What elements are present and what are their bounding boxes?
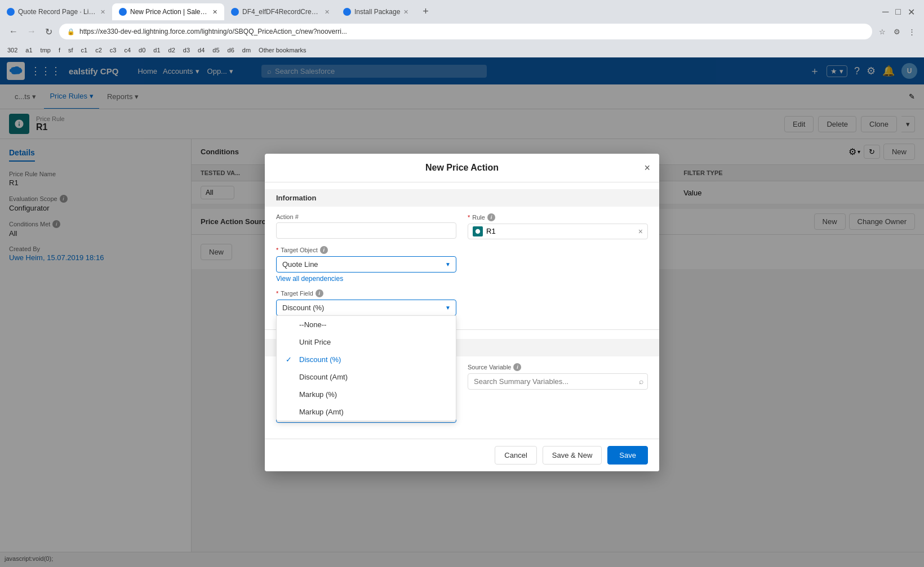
rule-info-icon: i (487, 213, 495, 221)
target-object-group: * Target Object i Quote Line View all d (276, 246, 456, 283)
spacer-group (468, 246, 648, 283)
bookmark-tmp[interactable]: tmp (38, 46, 54, 54)
rule-clear-button[interactable]: × (638, 227, 643, 236)
minimize-button[interactable]: ─ (880, 6, 891, 18)
bookmark-dm[interactable]: dm (239, 46, 254, 54)
bookmark-c4[interactable]: c4 (121, 46, 134, 54)
target-field-row: * Target Field i Discount (%) --None-- U… (276, 289, 648, 316)
close-window-button[interactable]: ✕ (905, 6, 917, 19)
source-variable-input[interactable] (468, 373, 648, 390)
bookmark-302[interactable]: 302 (5, 46, 20, 54)
rule-field: R1 × (468, 224, 648, 239)
option-markup-amt[interactable]: Markup (Amt) (277, 403, 456, 421)
information-section-header: Information (265, 189, 659, 207)
bookmark-d3[interactable]: d3 (180, 46, 193, 54)
source-lookup-spacer (468, 396, 648, 423)
action-number-group: Action # (276, 213, 456, 239)
modal-footer: Cancel Save & New Save (265, 439, 659, 471)
rule-value: R1 (486, 227, 496, 235)
source-variable-info-icon: i (513, 363, 521, 371)
target-object-label: * Target Object i (276, 246, 456, 254)
target-object-row: * Target Object i Quote Line View all d (276, 246, 648, 283)
browser-menu-icon[interactable]: ⋮ (906, 26, 917, 37)
source-variable-group: Source Variable i ⌕ (468, 363, 648, 390)
target-object-select-wrapper: Quote Line (276, 256, 456, 273)
modal-header: New Price Action × (265, 154, 659, 182)
back-button[interactable]: ← (7, 25, 20, 38)
action-number-input[interactable] (276, 222, 456, 239)
save-new-button[interactable]: Save & New (543, 446, 602, 465)
modal-title: New Price Action (425, 163, 499, 173)
target-field-info-icon: i (316, 289, 323, 297)
tab-quote-record[interactable]: Quote Record Page · Lightning... ✕ (0, 3, 112, 20)
new-price-action-modal: New Price Action × Information Action # (265, 154, 659, 471)
modal-close-button[interactable]: × (644, 163, 650, 173)
target-object-info-icon: i (320, 246, 328, 254)
source-variable-label: Source Variable i (468, 363, 648, 371)
action-rule-row: Action # * Rule i (276, 213, 648, 239)
target-object-select[interactable]: Quote Line (276, 256, 456, 273)
option-unit-price[interactable]: Unit Price (277, 333, 456, 351)
target-field-spacer (468, 289, 648, 316)
option-markup-pct[interactable]: Markup (%) (277, 386, 456, 403)
tab-close-2[interactable]: ✕ (212, 8, 217, 16)
option-discount-pct[interactable]: ✓ Discount (%) (277, 351, 456, 368)
modal-overlay: New Price Action × Information Action # (0, 139, 924, 552)
address-bar: ← → ↻ 🔒 https://xe330-dev-ed.lightning.f… (0, 20, 924, 43)
bookmark-d4[interactable]: d4 (195, 46, 207, 54)
option-discount-amt[interactable]: Discount (Amt) (277, 368, 456, 386)
bookmark-d1[interactable]: d1 (150, 46, 163, 54)
information-section: Information Action # (265, 182, 659, 330)
target-field-select[interactable]: Discount (%) --None-- Unit Price Discoun… (276, 300, 456, 316)
bookmark-d2[interactable]: d2 (166, 46, 178, 54)
bookmark-c1[interactable]: c1 (78, 46, 91, 54)
extensions-icon[interactable]: ⚙ (891, 26, 903, 37)
reload-button[interactable]: ↻ (43, 25, 55, 38)
tab-df4[interactable]: DF4_elfDF4RecordCreator | S... ✕ (224, 3, 336, 20)
ssl-lock-icon: 🔒 (67, 28, 75, 35)
rule-record-icon (473, 226, 483, 236)
bookmark-other[interactable]: Other bookmarks (256, 46, 309, 54)
bookmark-d6[interactable]: d6 (225, 46, 237, 54)
save-button[interactable]: Save (607, 446, 648, 465)
action-number-label: Action # (276, 213, 456, 220)
tab-close-3[interactable]: ✕ (325, 8, 330, 16)
tab-close-1[interactable]: ✕ (100, 8, 105, 16)
source-variable-wrapper: ⌕ (468, 373, 648, 390)
salesforce-app: ⋮⋮⋮ ealstify CPQ Home Accounts ▾ Opp... … (0, 57, 924, 564)
bookmark-d0[interactable]: d0 (136, 46, 148, 54)
tab-install-package[interactable]: Install Package ✕ (336, 3, 415, 20)
bookmark-star-icon[interactable]: ☆ (877, 26, 888, 37)
view-dependencies-link[interactable]: View all dependencies (276, 275, 456, 283)
bookmark-f[interactable]: f (56, 46, 63, 54)
modal-body: Information Action # (265, 182, 659, 439)
tab-bar: Quote Record Page · Lightning... ✕ New P… (0, 0, 924, 20)
rule-group: * Rule i R1 × (468, 213, 648, 239)
tab-new-price-action[interactable]: New Price Action | Salesforce ✕ (112, 3, 224, 20)
target-field-dropdown: --None-- Unit Price ✓ Discount (%) (276, 315, 456, 421)
bookmark-a1[interactable]: a1 (23, 46, 35, 54)
url-input[interactable]: 🔒 https://xe330-dev-ed.lightning.force.c… (59, 24, 872, 39)
rule-label: * Rule i (468, 213, 648, 221)
bookmark-sf[interactable]: sf (65, 46, 76, 54)
browser-action-icons: ☆ ⚙ ⋮ (877, 26, 917, 37)
cancel-button[interactable]: Cancel (495, 446, 536, 465)
main-layout: Details Price Rule Name R1 ✎ Evaluation … (0, 139, 924, 552)
tab-close-4[interactable]: ✕ (403, 8, 408, 16)
maximize-button[interactable]: □ (893, 6, 903, 18)
option-none[interactable]: --None-- (277, 316, 456, 333)
forward-button[interactable]: → (25, 25, 38, 38)
bookmarks-bar: 302 a1 tmp f sf c1 c2 c3 c4 d0 d1 d2 d3 … (0, 43, 924, 57)
new-tab-button[interactable]: + (417, 3, 433, 19)
bookmark-c3[interactable]: c3 (107, 46, 119, 54)
source-variable-search-icon: ⌕ (639, 377, 643, 386)
target-field-select-wrapper: Discount (%) --None-- Unit Price Discoun… (276, 300, 456, 316)
bookmark-c2[interactable]: c2 (92, 46, 105, 54)
target-field-group: * Target Field i Discount (%) --None-- U… (276, 289, 456, 316)
target-field-label: * Target Field i (276, 289, 456, 297)
bookmark-d5[interactable]: d5 (210, 46, 222, 54)
